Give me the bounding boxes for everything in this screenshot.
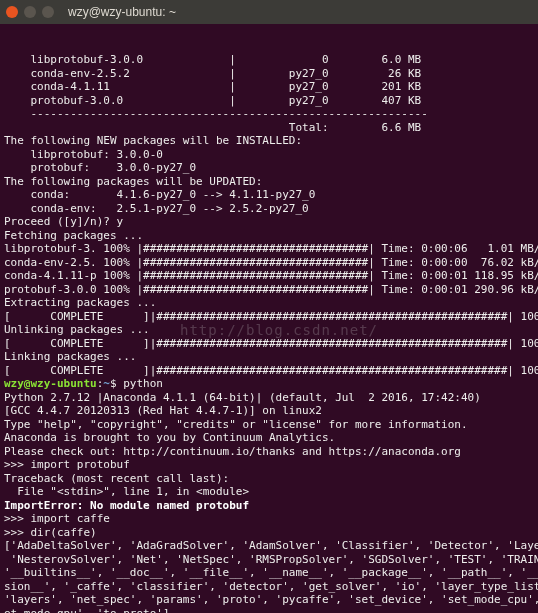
minimize-icon[interactable] [24,6,36,18]
window-title: wzy@wzy-ubuntu: ~ [68,5,176,19]
maximize-icon[interactable] [42,6,54,18]
terminal[interactable]: http://blog.csdn.net/ libprotobuf-3.0.0 … [0,24,538,613]
prompt-user: wzy@wzy-ubuntu [4,377,97,390]
window-titlebar: wzy@wzy-ubuntu: ~ [0,0,538,24]
command: python [123,377,163,390]
prompt-path: ~ [103,377,110,390]
close-icon[interactable] [6,6,18,18]
terminal-content: libprotobuf-3.0.0 | 0 6.0 MB conda-env-2… [4,53,534,613]
